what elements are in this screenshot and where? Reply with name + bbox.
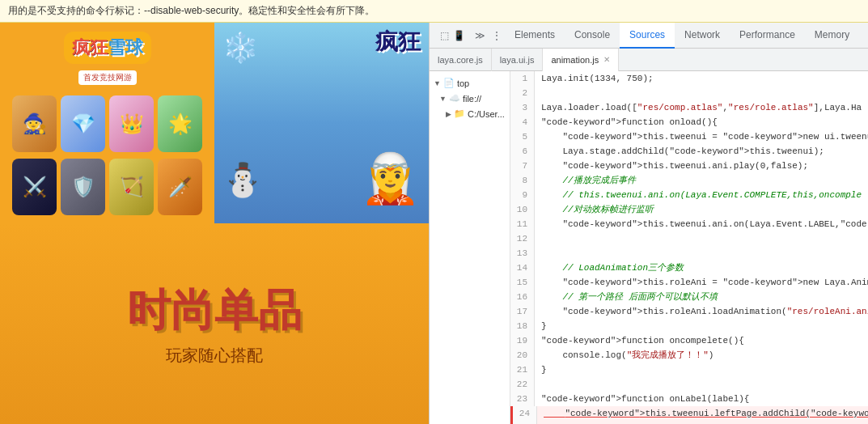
tab-console[interactable]: Console <box>565 23 620 49</box>
line-content: //对动效标帧进行监听 <box>535 202 868 217</box>
code-line-5[interactable]: 5 "code-keyword">this.tweenui = "code-ke… <box>510 129 868 144</box>
line-content: "code-keyword">this.tweenui.ani.play(0,f… <box>535 159 868 173</box>
tab-application[interactable]: Applicatio... <box>859 23 868 49</box>
code-line-16[interactable]: 16 // 第一个路径 后面两个可以默认不填 <box>510 290 868 304</box>
code-line-14[interactable]: 14 // LoadAnimation三个参数 <box>510 261 868 275</box>
line-content: "code-keyword">function onLabel(label){ <box>535 392 868 406</box>
line-number: 7 <box>510 159 535 173</box>
character-1: 🧙 <box>12 95 57 152</box>
code-line-12[interactable]: 12 <box>510 231 868 246</box>
code-line-22[interactable]: 22 <box>510 377 868 392</box>
line-content: Laya.loader.load(["res/comp.atlas","res/… <box>535 100 868 115</box>
line-number: 25 <box>513 421 537 424</box>
more-tabs-icon[interactable]: ≫ <box>472 30 489 41</box>
code-line-8[interactable]: 8 //播放完成后事件 <box>510 173 868 188</box>
tree-arrow-cuser: ▶ <box>446 110 451 118</box>
line-number: 5 <box>510 129 535 144</box>
game-logo-text: 疯狂 <box>72 36 108 60</box>
line-number: 6 <box>510 144 535 159</box>
game-logo-text2: 雪球 <box>108 36 143 60</box>
left-panel-top: 疯狂 雪球 首发竞技网游 🧙 💎 👑 🌟 ⚔️ 🛡️ 🏹 🗡️ <box>0 23 429 223</box>
main-character: 🧝 <box>360 150 421 207</box>
tree-icon-cuser: 📁 <box>454 108 465 119</box>
code-line-24[interactable]: 24 "code-keyword">this.tweenui.leftPage.… <box>510 406 868 421</box>
character-row-1: 🧙 💎 👑 🌟 <box>12 95 202 152</box>
devtools-tabs: ⬚ 📱 ≫ ⋮ Elements Console Sources Network… <box>430 23 868 49</box>
code-line-13[interactable]: 13 <box>510 246 868 261</box>
code-editor[interactable]: 1Laya.init(1334, 750);23Laya.loader.load… <box>510 71 868 424</box>
character-4: 🌟 <box>158 95 202 152</box>
code-line-15[interactable]: 15 "code-keyword">this.roleAni = "code-k… <box>510 275 868 290</box>
line-content: Laya.init(1334, 750); <box>535 71 868 86</box>
tree-item-file[interactable]: ▼ ☁️ file:// <box>430 91 510 106</box>
file-tabs: laya.core.js laya.ui.js animation.js ✕ <box>430 49 868 71</box>
crazy-text: 疯狂 <box>375 27 421 57</box>
line-number: 10 <box>510 202 535 217</box>
file-tab-laya-ui[interactable]: laya.ui.js <box>492 49 544 71</box>
line-content: "code-keyword">this.tweenui.ani.on(Laya.… <box>535 217 868 231</box>
inspect-icon[interactable]: ⬚ <box>440 30 449 41</box>
code-line-19[interactable]: 19"code-keyword">function oncompelete(){ <box>510 333 868 348</box>
code-line-10[interactable]: 10 //对动效标帧进行监听 <box>510 202 868 217</box>
line-number: 3 <box>510 100 535 115</box>
tree-arrow-file: ▼ <box>439 95 447 103</box>
code-line-1[interactable]: 1Laya.init(1334, 750); <box>510 71 868 86</box>
line-content: // this.tweenui.ani.on(Laya.Event.COMPLE… <box>535 188 868 202</box>
fashion-text: 时尚单品 <box>127 282 302 341</box>
mobile-icon[interactable]: 📱 <box>453 30 465 41</box>
character-3: 👑 <box>109 95 154 152</box>
snow-character: ⛄ <box>222 161 263 199</box>
code-line-20[interactable]: 20 console.log("我完成播放了！！") <box>510 348 868 363</box>
line-content: "code-keyword">this.tweenui = "code-keyw… <box>535 129 868 144</box>
line-content <box>535 377 868 392</box>
code-line-9[interactable]: 9 // this.tweenui.ani.on(Laya.Event.COMP… <box>510 188 868 202</box>
line-content: "code-keyword">this.roleAni.loadAnimatio… <box>535 304 868 319</box>
code-line-7[interactable]: 7 "code-keyword">this.tweenui.ani.play(0… <box>510 159 868 173</box>
game-tagline: 首发竞技网游 <box>78 70 137 85</box>
code-line-2[interactable]: 2 <box>510 86 868 100</box>
file-tab-animation[interactable]: animation.js ✕ <box>543 49 619 71</box>
line-number: 15 <box>510 275 535 290</box>
line-number: 4 <box>510 115 535 129</box>
tab-network[interactable]: Network <box>675 23 730 49</box>
tab-performance[interactable]: Performance <box>730 23 805 49</box>
warning-text: 用的是不受支持的命令行标记：--disable-web-security。稳定性… <box>8 4 375 18</box>
code-line-4[interactable]: 4"code-keyword">function onload(){ <box>510 115 868 129</box>
code-line-18[interactable]: 18} <box>510 319 868 333</box>
customize-icon[interactable]: ⋮ <box>489 30 505 41</box>
devtools-panel: ⬚ 📱 ≫ ⋮ Elements Console Sources Network… <box>429 23 868 424</box>
file-tab-laya-core[interactable]: laya.core.js <box>430 49 492 71</box>
character-6: 🛡️ <box>61 159 105 215</box>
main-layout: 疯狂 雪球 首发竞技网游 🧙 💎 👑 🌟 ⚔️ 🛡️ 🏹 🗡️ <box>0 23 868 424</box>
tab-sources[interactable]: Sources <box>620 23 675 49</box>
tree-item-cuser[interactable]: ▶ 📁 C:/User... <box>430 106 510 121</box>
line-number: 11 <box>510 217 535 231</box>
character-8: 🗡️ <box>158 159 202 215</box>
devtools-content: ▼ 📄 top ▼ ☁️ file:// ▶ 📁 C:/User... <box>430 71 868 424</box>
line-number: 12 <box>510 231 535 246</box>
code-line-3[interactable]: 3Laya.loader.load(["res/comp.atlas","res… <box>510 100 868 115</box>
code-line-17[interactable]: 17 "code-keyword">this.roleAni.loadAnima… <box>510 304 868 319</box>
tab-memory[interactable]: Memory <box>805 23 859 49</box>
code-line-25[interactable]: 25 "code-keyword">this.roleAni.pos("code… <box>510 421 868 424</box>
line-number: 24 <box>513 406 537 421</box>
tree-icon-file: ☁️ <box>449 93 460 104</box>
line-content: "code-keyword">this.roleAni.pos("code-ke… <box>537 421 868 424</box>
code-line-6[interactable]: 6 Laya.stage.addChild("code-keyword">thi… <box>510 144 868 159</box>
tree-item-top[interactable]: ▼ 📄 top <box>430 75 510 91</box>
line-content: Laya.stage.addChild("code-keyword">this.… <box>535 144 868 159</box>
code-line-21[interactable]: 21} <box>510 363 868 377</box>
file-tab-close-icon[interactable]: ✕ <box>603 55 610 64</box>
line-number: 21 <box>510 363 535 377</box>
code-line-23[interactable]: 23"code-keyword">function onLabel(label)… <box>510 392 868 406</box>
warning-bar: 用的是不受支持的命令行标记：--disable-web-security。稳定性… <box>0 0 868 23</box>
file-tree: ▼ 📄 top ▼ ☁️ file:// ▶ 📁 C:/User... <box>430 71 510 424</box>
tab-elements[interactable]: Elements <box>505 23 565 49</box>
line-number: 17 <box>510 304 535 319</box>
tree-arrow-top: ▼ <box>434 79 441 87</box>
code-line-11[interactable]: 11 "code-keyword">this.tweenui.ani.on(La… <box>510 217 868 231</box>
line-number: 18 <box>510 319 535 333</box>
line-content: "code-keyword">function onload(){ <box>535 115 868 129</box>
line-number: 1 <box>510 71 535 86</box>
line-content: "code-keyword">this.tweenui.leftPage.add… <box>537 406 868 421</box>
